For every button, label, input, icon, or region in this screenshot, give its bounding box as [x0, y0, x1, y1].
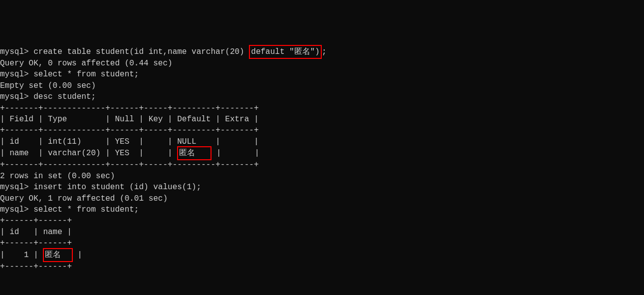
- table-row: | id | int(11) | YES | | NULL | |: [0, 136, 644, 147]
- table-border: +------+------+: [0, 215, 644, 226]
- table-border: +-------+-------------+------+-----+----…: [0, 103, 644, 114]
- cmd-select-1: mysql> select * from student;: [0, 69, 644, 80]
- table-row: | name | varchar(20) | YES | | 匿名 | |: [0, 147, 644, 159]
- table-border: +-------+-------------+------+-----+----…: [0, 159, 644, 170]
- table-border: +------+------+: [0, 261, 644, 272]
- table-header-row: | Field | Type | Null | Key | Default | …: [0, 114, 644, 125]
- query-ok-2: Query OK, 1 row affected (0.01 sec): [0, 193, 644, 204]
- cmd-create-table: mysql> create table student(id int,name …: [0, 46, 644, 58]
- table-border: +-------+-------------+------+-----+----…: [0, 125, 644, 136]
- table-border: +------+------+: [0, 238, 644, 249]
- cmd-desc: mysql> desc student;: [0, 91, 644, 102]
- table-row: | 1 | 匿名 |: [0, 249, 644, 261]
- rows-in-set-1: 2 rows in set (0.00 sec): [0, 171, 644, 182]
- highlight-selected-value: 匿名: [43, 248, 72, 262]
- empty-set: Empty set (0.00 sec): [0, 80, 644, 91]
- table-header-row: | id | name |: [0, 227, 644, 238]
- cmd-select-2: mysql> select * from student;: [0, 204, 644, 215]
- cmd-insert: mysql> insert into student (id) values(1…: [0, 182, 644, 193]
- terminal-output[interactable]: mysql> create table student(id int,name …: [0, 45, 644, 274]
- query-ok-1: Query OK, 0 rows affected (0.44 sec): [0, 58, 644, 69]
- highlight-default-clause: default "匿名"): [249, 45, 322, 59]
- highlight-default-value: 匿名: [177, 146, 212, 160]
